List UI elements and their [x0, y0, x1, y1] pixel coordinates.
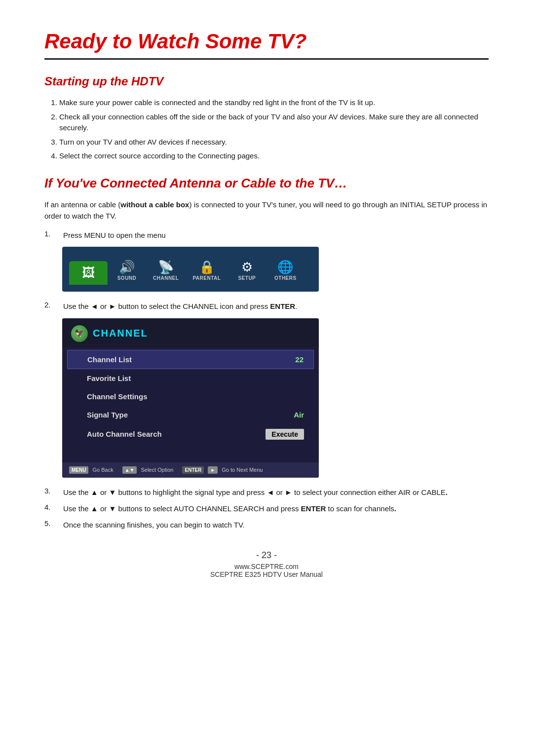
- channel-panel-icon: 🦅: [71, 325, 88, 342]
- step2-row: 2. Use the ◄ or ► button to select the C…: [44, 301, 489, 312]
- signal-type-value: Air: [294, 411, 304, 419]
- channel-list-label: Channel List: [87, 355, 132, 364]
- step3-num: 3.: [44, 487, 58, 498]
- step1-block: 1. Press MENU to open the menu 🖼 🔊 Sound…: [44, 229, 489, 292]
- execute-button[interactable]: Execute: [266, 429, 304, 440]
- list-item: Check all your connection cables off the…: [59, 112, 489, 134]
- channel-footer: MENU Go Back ▲▼ Select Option ENTER ► Go…: [62, 462, 319, 478]
- channel-settings-row[interactable]: Channel Settings: [62, 387, 319, 406]
- select-option-label: Select Option: [141, 467, 173, 473]
- next-menu-label: Go to Next Menu: [222, 467, 263, 473]
- enter-key: ENTER: [182, 466, 204, 474]
- step2-num: 2.: [44, 301, 58, 312]
- step1-row: 1. Press MENU to open the menu: [44, 229, 489, 241]
- channel-panel-header: 🦅 CHANNEL: [62, 318, 319, 347]
- step4-row: 4. Use the ▲ or ▼ buttons to select AUTO…: [44, 503, 489, 514]
- section-starting-hdtv: Starting up the HDTV Make sure your powe…: [44, 75, 489, 162]
- tv-menu-others[interactable]: 🌐 Others: [266, 256, 305, 285]
- auto-channel-search-row[interactable]: Auto Channel Search Execute: [62, 424, 319, 445]
- signal-type-label: Signal Type: [87, 411, 128, 419]
- section2-intro: If an antenna or cable (without a cable …: [44, 199, 489, 222]
- section1-heading: Starting up the HDTV: [44, 75, 489, 88]
- channel-panel-screenshot: 🦅 CHANNEL Channel List 22 Favorite List …: [62, 318, 319, 478]
- tv-menu-bar: 🖼 🔊 Sound 📡 Channel 🔒 Parental ⚙: [69, 252, 312, 285]
- channel-panel-title: CHANNEL: [93, 328, 148, 339]
- favorite-list-label: Favorite List: [87, 374, 131, 382]
- list-item: Make sure your power cable is connected …: [59, 97, 489, 109]
- parental-icon: 🔒: [199, 261, 215, 273]
- step4-num: 4.: [44, 503, 58, 514]
- tv-icon: 🖼: [82, 266, 95, 279]
- tv-menu-channel-label: Channel: [153, 275, 179, 281]
- channel-list-value: 22: [295, 355, 304, 364]
- title-divider: [44, 58, 489, 60]
- tv-menu-channel[interactable]: 📡 Channel: [146, 256, 186, 285]
- nav-key: ▲▼: [122, 466, 137, 474]
- tv-menu-screenshot: 🖼 🔊 Sound 📡 Channel 🔒 Parental ⚙: [62, 247, 319, 292]
- page-number: - 23 -: [44, 550, 489, 561]
- step2-block: 2. Use the ◄ or ► button to select the C…: [44, 301, 489, 477]
- footer-manual: SCEPTRE E325 HDTV User Manual: [44, 570, 489, 578]
- channel-menu-body: Channel List 22 Favorite List Channel Se…: [62, 347, 319, 462]
- list-item: Turn on your TV and other AV devices if …: [59, 137, 489, 148]
- right-key: ►: [208, 466, 218, 474]
- tv-menu-sound[interactable]: 🔊 Sound: [108, 256, 146, 285]
- menu-key: MENU: [69, 466, 88, 474]
- section2-heading: If You've Connected Antenna or Cable to …: [44, 176, 489, 191]
- sound-icon: 🔊: [119, 261, 135, 273]
- signal-type-row[interactable]: Signal Type Air: [62, 406, 319, 424]
- step5-text: Once the scanning finishes, you can begi…: [63, 519, 245, 530]
- step4-text: Use the ▲ or ▼ buttons to select AUTO CH…: [63, 503, 396, 514]
- step1-num: 1.: [44, 229, 58, 241]
- channel-settings-label: Channel Settings: [87, 392, 148, 401]
- others-icon: 🌐: [277, 261, 293, 273]
- section1-steps: Make sure your power cable is connected …: [59, 97, 489, 162]
- step1-text: Press MENU to open the menu: [63, 229, 166, 241]
- tv-menu-setup-label: Setup: [238, 275, 256, 281]
- channel-list-row[interactable]: Channel List 22: [67, 350, 314, 369]
- tv-menu-parental[interactable]: 🔒 Parental: [186, 256, 228, 285]
- tv-menu-sound-label: Sound: [117, 275, 137, 281]
- tv-menu-parental-label: Parental: [192, 275, 221, 281]
- step3-row: 3. Use the ▲ or ▼ buttons to highlight t…: [44, 487, 489, 498]
- step3-text: Use the ▲ or ▼ buttons to highlight the …: [63, 487, 448, 498]
- page-footer: - 23 - www.SCEPTRE.com SCEPTRE E325 HDTV…: [44, 550, 489, 578]
- step2-text: Use the ◄ or ► button to select the CHAN…: [63, 301, 297, 312]
- tv-menu-picture[interactable]: 🖼: [69, 261, 108, 285]
- list-item: Select the correct source according to t…: [59, 151, 489, 162]
- tv-menu-others-label: Others: [274, 275, 297, 281]
- tv-menu-setup[interactable]: ⚙ Setup: [228, 256, 266, 285]
- channel-icon: 📡: [158, 261, 174, 273]
- footer-website: www.SCEPTRE.com: [44, 563, 489, 570]
- go-back-label: Go Back: [92, 467, 113, 473]
- favorite-list-row[interactable]: Favorite List: [62, 369, 319, 387]
- step5-num: 5.: [44, 519, 58, 530]
- section-antenna-cable: If You've Connected Antenna or Cable to …: [44, 176, 489, 531]
- step5-row: 5. Once the scanning finishes, you can b…: [44, 519, 489, 530]
- setup-icon: ⚙: [241, 261, 253, 273]
- auto-channel-search-label: Auto Channel Search: [87, 430, 162, 438]
- page-title: Ready to Watch Some TV?: [44, 30, 489, 53]
- bold-text: without a cable box: [120, 200, 189, 209]
